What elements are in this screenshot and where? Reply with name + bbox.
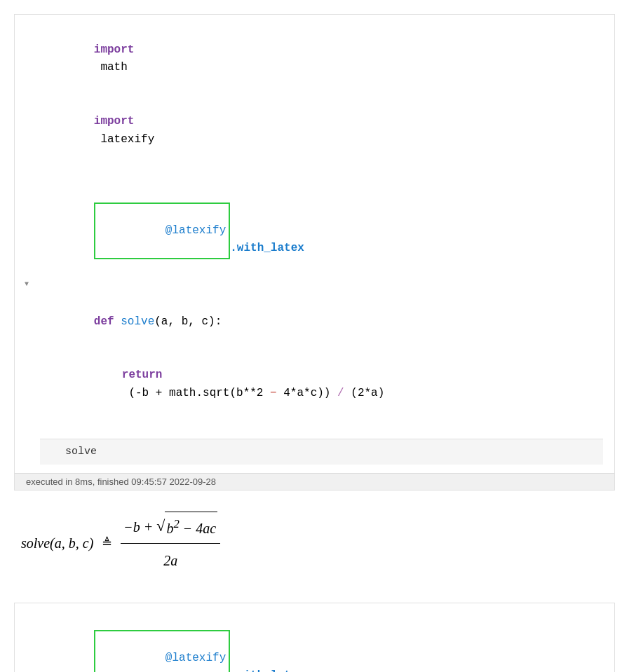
keyword-return-1: return	[122, 369, 163, 381]
math-fraction-solve: −b + √ b2 − 4ac 2a	[121, 512, 220, 575]
expr-solve-2: 4*a*c))	[277, 387, 337, 399]
decorator-suffix-1: .with_latex	[230, 242, 304, 254]
code-line-import-latexify: import latexify	[40, 95, 603, 166]
math-output-1: solve(a, b, c) ≜ −b + √ b2 − 4ac 2a	[0, 498, 629, 596]
keyword-import-2: import	[94, 115, 135, 128]
code-line-blank-2	[40, 420, 603, 439]
code-cell-2: @latexify .with_latex ▼ def sinc(x): ▼ i…	[14, 603, 615, 672]
execution-info-1: executed in 8ms, finished 09:45:57 2022-…	[15, 473, 614, 490]
code-content-2: @latexify .with_latex ▼ def sinc(x): ▼ i…	[15, 603, 614, 672]
math-denominator-solve: 2a	[161, 545, 180, 575]
fn-solve: solve	[121, 315, 154, 328]
sqrt-symbol: √	[156, 519, 165, 534]
notebook: import math import latexify @latexify .w…	[0, 0, 629, 672]
code-cell-1: import math import latexify @latexify .w…	[14, 14, 615, 491]
keyword-import-1: import	[94, 43, 135, 56]
math-lhs-solve: solve(a, b, c)	[21, 529, 93, 557]
code-line-blank-1	[40, 167, 603, 185]
output-text-1: solve	[65, 446, 97, 458]
code-line-decorator-2: @latexify .with_latex	[40, 612, 603, 672]
fold-arrow-solve[interactable]: ▼	[25, 279, 29, 290]
code-output-1: solve	[40, 439, 603, 465]
code-line-import-math: import math	[40, 23, 603, 95]
module-latexify: latexify	[94, 133, 154, 146]
fn-params-1: (a, b, c):	[154, 315, 222, 328]
keyword-def-1: def	[94, 315, 121, 328]
decorator-box-1: @latexify	[94, 203, 230, 259]
execution-text-1: executed in 8ms, finished 09:45:57 2022-…	[26, 476, 216, 487]
code-line-def-solve: ▼ def solve(a, b, c):	[40, 277, 603, 348]
decorator-text-2: @latexify	[165, 652, 226, 664]
math-formula-solve: solve(a, b, c) ≜ −b + √ b2 − 4ac 2a	[21, 512, 608, 575]
decorator-box-2: @latexify	[94, 630, 230, 672]
decorator-text-1: @latexify	[165, 224, 226, 237]
expr-solve: (-b + math.sqrt(b**2	[122, 387, 270, 399]
math-triangle-1: ≜	[102, 530, 112, 556]
div-op: /	[337, 387, 344, 399]
math-numerator-solve: −b + √ b2 − 4ac	[121, 512, 220, 544]
math-sqrt: √ b2 − 4ac	[156, 512, 217, 542]
code-content-1: import math import latexify @latexify .w…	[15, 15, 614, 473]
minus-op: −	[270, 387, 277, 399]
code-line-decorator-1: @latexify .with_latex	[40, 184, 603, 277]
module-math: math	[94, 61, 128, 74]
decorator-suffix-2: .with_latex	[230, 669, 304, 672]
expr-solve-3: (2*a)	[344, 387, 385, 399]
code-line-return-solve: return (-b + math.sqrt(b**2 − 4*a*c)) / …	[40, 349, 603, 420]
sqrt-content: b2 − 4ac	[165, 512, 217, 542]
